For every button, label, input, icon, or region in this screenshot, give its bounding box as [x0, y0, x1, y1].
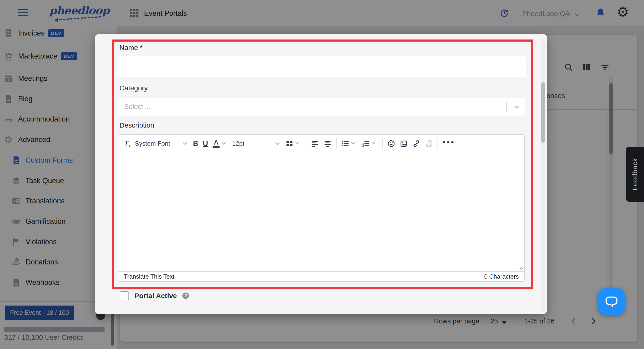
name-input[interactable]	[118, 56, 526, 77]
category-select[interactable]: Select ...	[118, 98, 525, 116]
emoji-button[interactable]	[385, 138, 398, 150]
bold-button[interactable]: B	[191, 138, 200, 150]
toolbar-separator	[336, 138, 337, 150]
editor-content-area[interactable]	[118, 152, 524, 272]
align-center-button[interactable]	[321, 138, 334, 150]
editor-resize-handle[interactable]	[518, 264, 523, 270]
insert-link-button[interactable]	[410, 138, 422, 150]
insert-image-button[interactable]	[398, 138, 410, 150]
bullet-list-button[interactable]	[339, 138, 360, 150]
name-label: Name *	[120, 44, 143, 52]
rich-text-editor: Tx System Font B U A 12pt	[118, 134, 525, 282]
description-label: Description	[120, 121, 154, 129]
toolbar-separator	[306, 138, 306, 150]
remove-link-button[interactable]	[422, 138, 435, 150]
portal-active-checkbox[interactable]	[120, 292, 129, 300]
portal-active-row: Portal Active ?	[120, 292, 189, 300]
font-size-dropdown[interactable]: 12pt	[230, 138, 283, 150]
select-chevron-down-icon[interactable]	[513, 103, 521, 111]
insert-table-button[interactable]	[283, 138, 304, 150]
modal-scrollbar-thumb[interactable]	[541, 82, 545, 143]
chat-bubble-icon	[604, 294, 619, 309]
chat-launcher-button[interactable]	[598, 288, 625, 315]
align-left-button[interactable]	[309, 138, 321, 150]
select-divider	[506, 102, 507, 112]
character-count: 0 Characters	[484, 273, 519, 280]
feedback-label: Feedback	[631, 158, 639, 190]
editor-status-bar: Translate This Text 0 Characters	[118, 272, 524, 281]
help-question-icon[interactable]: ?	[182, 292, 189, 299]
editor-toolbar: Tx System Font B U A 12pt	[118, 135, 524, 152]
font-size-value: 12pt	[232, 140, 244, 147]
category-label: Category	[120, 84, 148, 92]
category-placeholder: Select ...	[124, 103, 150, 110]
numbered-list-button[interactable]: 123	[360, 138, 380, 150]
font-family-value: System Font	[135, 140, 170, 147]
text-color-button[interactable]: A	[210, 138, 230, 150]
portal-active-label: Portal Active	[134, 292, 177, 300]
feedback-tab[interactable]: Feedback	[626, 147, 644, 202]
font-family-dropdown[interactable]: System Font	[133, 138, 191, 150]
clear-formatting-button[interactable]: Tx	[122, 138, 133, 150]
translate-text-action[interactable]: Translate This Text	[124, 273, 174, 280]
custom-form-modal: Name * Category Select ... Description T…	[95, 34, 547, 314]
svg-text:3: 3	[362, 144, 364, 147]
toolbar-separator	[438, 138, 438, 150]
modal-scrollbar-track	[541, 38, 545, 312]
more-options-button[interactable]: •••	[440, 138, 458, 150]
underline-button[interactable]: U	[200, 138, 210, 150]
toolbar-separator	[382, 138, 383, 150]
